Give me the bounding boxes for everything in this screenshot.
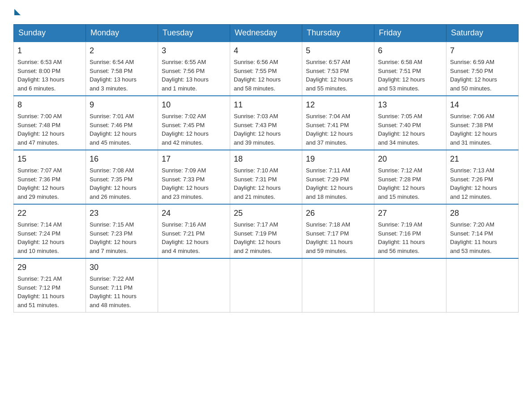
day-header-saturday: Saturday xyxy=(446,25,519,42)
day-number: 18 xyxy=(234,153,298,165)
day-sun-info: Sunrise: 7:15 AMSunset: 7:23 PMDaylight:… xyxy=(90,221,137,254)
day-number: 15 xyxy=(17,153,82,165)
day-number: 4 xyxy=(234,45,298,57)
logo xyxy=(13,9,21,15)
day-number: 6 xyxy=(378,45,442,57)
day-number: 5 xyxy=(306,45,370,57)
calendar-cell: 22Sunrise: 7:14 AMSunset: 7:24 PMDayligh… xyxy=(14,204,86,258)
day-sun-info: Sunrise: 6:57 AMSunset: 7:53 PMDaylight:… xyxy=(306,59,353,92)
day-number: 11 xyxy=(234,99,298,111)
calendar-week-row: 8Sunrise: 7:00 AMSunset: 7:48 PMDaylight… xyxy=(14,96,519,150)
day-sun-info: Sunrise: 7:09 AMSunset: 7:33 PMDaylight:… xyxy=(162,167,209,200)
calendar-cell: 23Sunrise: 7:15 AMSunset: 7:23 PMDayligh… xyxy=(86,204,158,258)
day-sun-info: Sunrise: 6:54 AMSunset: 7:58 PMDaylight:… xyxy=(90,59,137,92)
day-sun-info: Sunrise: 7:00 AMSunset: 7:48 PMDaylight:… xyxy=(17,113,64,146)
calendar-week-row: 1Sunrise: 6:53 AMSunset: 8:00 PMDaylight… xyxy=(14,42,519,96)
logo-arrow-icon xyxy=(14,9,21,15)
calendar-cell: 9Sunrise: 7:01 AMSunset: 7:46 PMDaylight… xyxy=(86,96,158,150)
day-sun-info: Sunrise: 7:10 AMSunset: 7:31 PMDaylight:… xyxy=(234,167,281,200)
calendar-cell: 27Sunrise: 7:19 AMSunset: 7:16 PMDayligh… xyxy=(374,204,446,258)
day-sun-info: Sunrise: 7:21 AMSunset: 7:12 PMDaylight:… xyxy=(17,275,64,308)
day-sun-info: Sunrise: 7:03 AMSunset: 7:43 PMDaylight:… xyxy=(234,113,281,146)
day-number: 3 xyxy=(162,45,226,57)
day-sun-info: Sunrise: 7:05 AMSunset: 7:40 PMDaylight:… xyxy=(378,113,425,146)
day-number: 9 xyxy=(90,99,154,111)
day-header-wednesday: Wednesday xyxy=(230,25,302,42)
day-sun-info: Sunrise: 6:55 AMSunset: 7:56 PMDaylight:… xyxy=(162,59,209,92)
day-number: 24 xyxy=(162,207,226,219)
day-header-sunday: Sunday xyxy=(14,25,86,42)
day-header-tuesday: Tuesday xyxy=(158,25,230,42)
calendar-cell: 14Sunrise: 7:06 AMSunset: 7:38 PMDayligh… xyxy=(446,96,519,150)
calendar-week-row: 29Sunrise: 7:21 AMSunset: 7:12 PMDayligh… xyxy=(14,258,519,313)
calendar-cell: 20Sunrise: 7:12 AMSunset: 7:28 PMDayligh… xyxy=(374,150,446,204)
calendar-cell: 7Sunrise: 6:59 AMSunset: 7:50 PMDaylight… xyxy=(446,42,519,96)
day-sun-info: Sunrise: 7:18 AMSunset: 7:17 PMDaylight:… xyxy=(306,221,353,254)
calendar-cell: 29Sunrise: 7:21 AMSunset: 7:12 PMDayligh… xyxy=(14,258,86,313)
calendar-header-row: SundayMondayTuesdayWednesdayThursdayFrid… xyxy=(14,25,519,42)
calendar-week-row: 15Sunrise: 7:07 AMSunset: 7:36 PMDayligh… xyxy=(14,150,519,204)
day-sun-info: Sunrise: 7:02 AMSunset: 7:45 PMDaylight:… xyxy=(162,113,209,146)
calendar-cell: 12Sunrise: 7:04 AMSunset: 7:41 PMDayligh… xyxy=(302,96,374,150)
calendar-cell: 10Sunrise: 7:02 AMSunset: 7:45 PMDayligh… xyxy=(158,96,230,150)
day-sun-info: Sunrise: 7:01 AMSunset: 7:46 PMDaylight:… xyxy=(90,113,137,146)
calendar-cell: 30Sunrise: 7:22 AMSunset: 7:11 PMDayligh… xyxy=(86,258,158,313)
day-number: 13 xyxy=(378,99,442,111)
page-header xyxy=(13,9,519,15)
day-number: 30 xyxy=(90,261,154,274)
calendar-cell: 21Sunrise: 7:13 AMSunset: 7:26 PMDayligh… xyxy=(446,150,519,204)
day-number: 29 xyxy=(17,261,82,274)
calendar-cell xyxy=(158,258,230,313)
day-number: 7 xyxy=(450,45,515,57)
day-sun-info: Sunrise: 7:13 AMSunset: 7:26 PMDaylight:… xyxy=(450,167,497,200)
calendar-cell: 6Sunrise: 6:58 AMSunset: 7:51 PMDaylight… xyxy=(374,42,446,96)
calendar-cell: 5Sunrise: 6:57 AMSunset: 7:53 PMDaylight… xyxy=(302,42,374,96)
calendar-cell xyxy=(302,258,374,313)
day-header-friday: Friday xyxy=(374,25,446,42)
calendar-cell: 17Sunrise: 7:09 AMSunset: 7:33 PMDayligh… xyxy=(158,150,230,204)
day-sun-info: Sunrise: 7:11 AMSunset: 7:29 PMDaylight:… xyxy=(306,167,353,200)
calendar-cell: 18Sunrise: 7:10 AMSunset: 7:31 PMDayligh… xyxy=(230,150,302,204)
day-number: 26 xyxy=(306,207,370,219)
day-sun-info: Sunrise: 7:19 AMSunset: 7:16 PMDaylight:… xyxy=(378,221,425,254)
day-number: 22 xyxy=(17,207,82,219)
day-number: 10 xyxy=(162,99,226,111)
day-sun-info: Sunrise: 7:12 AMSunset: 7:28 PMDaylight:… xyxy=(378,167,425,200)
calendar-cell: 13Sunrise: 7:05 AMSunset: 7:40 PMDayligh… xyxy=(374,96,446,150)
calendar-cell xyxy=(446,258,519,313)
day-sun-info: Sunrise: 6:59 AMSunset: 7:50 PMDaylight:… xyxy=(450,59,497,92)
day-number: 17 xyxy=(162,153,226,165)
day-sun-info: Sunrise: 6:56 AMSunset: 7:55 PMDaylight:… xyxy=(234,59,281,92)
calendar-cell xyxy=(230,258,302,313)
day-sun-info: Sunrise: 7:07 AMSunset: 7:36 PMDaylight:… xyxy=(17,167,64,200)
calendar-cell: 24Sunrise: 7:16 AMSunset: 7:21 PMDayligh… xyxy=(158,204,230,258)
calendar-cell: 8Sunrise: 7:00 AMSunset: 7:48 PMDaylight… xyxy=(14,96,86,150)
day-number: 8 xyxy=(17,99,82,111)
day-number: 16 xyxy=(90,153,154,165)
calendar-cell: 1Sunrise: 6:53 AMSunset: 8:00 PMDaylight… xyxy=(14,42,86,96)
calendar-cell: 26Sunrise: 7:18 AMSunset: 7:17 PMDayligh… xyxy=(302,204,374,258)
day-sun-info: Sunrise: 7:04 AMSunset: 7:41 PMDaylight:… xyxy=(306,113,353,146)
day-sun-info: Sunrise: 7:08 AMSunset: 7:35 PMDaylight:… xyxy=(90,167,137,200)
day-number: 2 xyxy=(90,45,154,57)
day-sun-info: Sunrise: 7:06 AMSunset: 7:38 PMDaylight:… xyxy=(450,113,497,146)
day-sun-info: Sunrise: 7:16 AMSunset: 7:21 PMDaylight:… xyxy=(162,221,209,254)
calendar-cell: 28Sunrise: 7:20 AMSunset: 7:14 PMDayligh… xyxy=(446,204,519,258)
day-number: 14 xyxy=(450,99,515,111)
day-sun-info: Sunrise: 7:22 AMSunset: 7:11 PMDaylight:… xyxy=(90,275,137,308)
day-sun-info: Sunrise: 6:53 AMSunset: 8:00 PMDaylight:… xyxy=(17,59,64,92)
day-number: 12 xyxy=(306,99,370,111)
day-sun-info: Sunrise: 7:14 AMSunset: 7:24 PMDaylight:… xyxy=(17,221,64,254)
day-header-monday: Monday xyxy=(86,25,158,42)
day-sun-info: Sunrise: 7:17 AMSunset: 7:19 PMDaylight:… xyxy=(234,221,281,254)
calendar-cell: 15Sunrise: 7:07 AMSunset: 7:36 PMDayligh… xyxy=(14,150,86,204)
day-number: 27 xyxy=(378,207,442,219)
calendar-week-row: 22Sunrise: 7:14 AMSunset: 7:24 PMDayligh… xyxy=(14,204,519,258)
calendar-cell: 16Sunrise: 7:08 AMSunset: 7:35 PMDayligh… xyxy=(86,150,158,204)
calendar-cell: 11Sunrise: 7:03 AMSunset: 7:43 PMDayligh… xyxy=(230,96,302,150)
day-number: 1 xyxy=(17,45,82,57)
day-header-thursday: Thursday xyxy=(302,25,374,42)
day-number: 21 xyxy=(450,153,515,165)
day-number: 28 xyxy=(450,207,515,219)
day-number: 20 xyxy=(378,153,442,165)
